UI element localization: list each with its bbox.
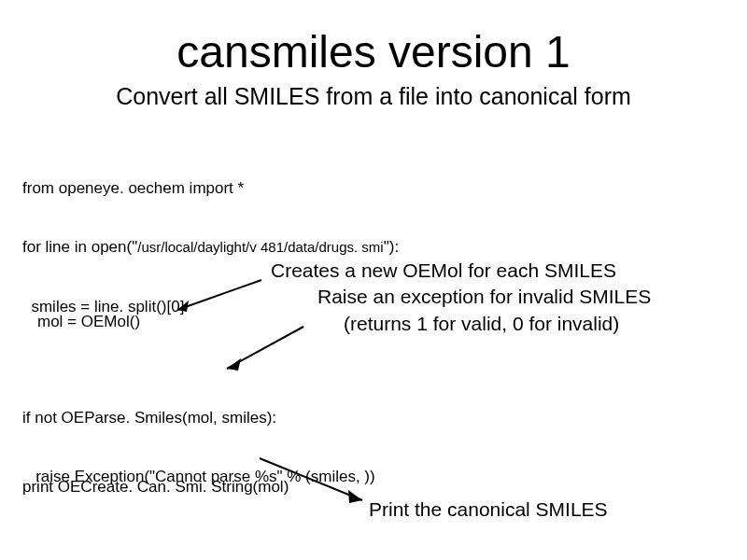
annotation-text: (returns 1 for valid, 0 for invalid)	[271, 311, 651, 337]
annotation-text: Print the canonical SMILES	[369, 498, 608, 521]
code-line: mol = OEMol()	[37, 313, 140, 331]
svg-marker-1	[177, 301, 189, 312]
code-line: print OECreate. Can. Smi. String(mol)	[22, 477, 289, 497]
code-line: from openeye. oechem import *	[22, 178, 747, 198]
arrow-icon	[168, 280, 271, 317]
svg-line-4	[260, 458, 362, 500]
slide-title: cansmiles version 1	[0, 26, 747, 77]
code-line: if not OEParse. Smiles(mol, smiles):	[22, 408, 375, 427]
svg-marker-3	[227, 358, 241, 371]
code-line: for line in open("/usr/local/daylight/v …	[22, 237, 747, 257]
annotation-group: Creates a new OEMol for each SMILES Rais…	[271, 258, 651, 337]
arrow-icon	[252, 458, 374, 510]
slide-subtitle: Convert all SMILES from a file into cano…	[0, 83, 747, 110]
annotation-text: Creates a new OEMol for each SMILES	[271, 258, 651, 284]
svg-line-0	[177, 280, 261, 310]
arrow-icon	[219, 327, 313, 378]
code-block-print: print OECreate. Can. Smi. String(mol)	[22, 437, 289, 516]
annotation-text: Raise an exception for invalid SMILES	[271, 284, 651, 310]
svg-marker-5	[348, 490, 362, 503]
